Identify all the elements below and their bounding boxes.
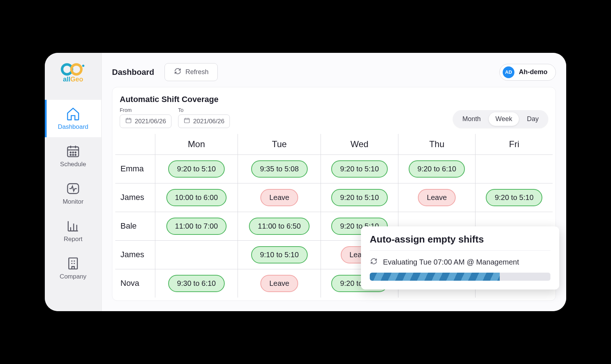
shift-pill[interactable]: 11:00 to 7:00 <box>166 218 227 235</box>
schedule-cell: 9:20 to 5:10 <box>321 154 398 183</box>
shift-pill[interactable]: 9:20 to 5:10 <box>168 160 225 178</box>
building-icon <box>66 256 80 271</box>
leave-pill[interactable]: Leave <box>260 275 298 292</box>
svg-text:allGeo: allGeo <box>63 76 83 83</box>
leave-pill[interactable]: Leave <box>260 189 298 206</box>
svg-rect-12 <box>69 258 77 269</box>
schedule-cell: 9:20 to 5:10 <box>155 154 238 183</box>
schedule-cell: 9:30 to 6:10 <box>155 269 238 298</box>
shift-pill[interactable]: 9:20 to 5:10 <box>486 189 542 206</box>
sidebar-item-report[interactable]: Report <box>45 212 101 250</box>
from-date-input[interactable]: 2021/06/26 <box>120 114 171 128</box>
progress-bar <box>370 273 550 281</box>
schedule-cell: Leave <box>398 183 476 212</box>
topbar: Dashboard Refresh AD Ah-demo <box>112 53 556 87</box>
shift-pill[interactable]: 9:20 to 6:10 <box>409 160 465 178</box>
to-label: To <box>178 107 230 113</box>
spinner-icon <box>370 257 378 267</box>
calendar-icon <box>125 117 132 125</box>
schedule-cell: 9:20 to 6:10 <box>398 154 476 183</box>
svg-point-7 <box>75 152 76 153</box>
avatar: AD <box>503 66 514 78</box>
to-date-value: 2021/06/26 <box>193 118 224 125</box>
employee-name: James <box>115 240 155 269</box>
schedule-cell <box>476 154 553 183</box>
sidebar: allGeo DashboardScheduleMonitorReportCom… <box>45 53 102 311</box>
shift-pill[interactable]: 9:10 to 5:10 <box>251 246 308 263</box>
schedule-cell: Leave <box>238 183 321 212</box>
day-header: Fri <box>476 134 553 154</box>
shift-pill[interactable]: 9:35 to 5:08 <box>251 160 308 178</box>
day-header: Mon <box>155 134 238 154</box>
schedule-cell: 11:00 to 7:00 <box>155 212 238 240</box>
name-column-header <box>115 134 155 154</box>
progress-fill <box>370 273 500 281</box>
svg-rect-14 <box>184 119 189 123</box>
popup-status: Evaluating Tue 07:00 AM @ Management <box>383 258 519 266</box>
auto-assign-popup: Auto-assign empty shifts Evaluating Tue … <box>361 226 559 290</box>
employee-name: Bale <box>115 212 155 240</box>
refresh-icon <box>174 67 182 77</box>
schedule-cell: 9:35 to 5:08 <box>238 154 321 183</box>
card-title: Automatic Shift Coverage <box>120 95 230 104</box>
employee-name: Nova <box>115 269 155 298</box>
day-header: Tue <box>238 134 321 154</box>
view-month-button[interactable]: Month <box>456 112 487 126</box>
day-header: Thu <box>398 134 476 154</box>
schedule-cell: Leave <box>238 269 321 298</box>
main-content: Dashboard Refresh AD Ah-demo Automatic S… <box>102 53 566 311</box>
sidebar-item-dashboard[interactable]: Dashboard <box>45 100 101 137</box>
schedule-cell <box>155 240 238 269</box>
user-name: Ah-demo <box>519 68 547 76</box>
app-frame: allGeo DashboardScheduleMonitorReportCom… <box>45 53 566 311</box>
sidebar-item-schedule[interactable]: Schedule <box>45 137 101 175</box>
schedule-cell: 10:00 to 6:00 <box>155 183 238 212</box>
employee-name: James <box>115 183 155 212</box>
popup-title: Auto-assign empty shifts <box>370 234 550 251</box>
view-week-button[interactable]: Week <box>489 112 519 126</box>
schedule-cell: 11:00 to 6:50 <box>238 212 321 240</box>
heart-monitor-icon <box>66 181 80 196</box>
sidebar-item-label: Monitor <box>63 198 84 205</box>
sidebar-item-label: Schedule <box>60 161 86 168</box>
view-day-button[interactable]: Day <box>520 112 545 126</box>
from-label: From <box>120 107 171 113</box>
from-date-value: 2021/06/26 <box>135 118 166 125</box>
home-icon <box>66 106 80 121</box>
schedule-cell: 9:10 to 5:10 <box>238 240 321 269</box>
leave-pill[interactable]: Leave <box>418 189 456 206</box>
svg-point-5 <box>70 152 71 153</box>
sidebar-item-label: Dashboard <box>58 123 88 131</box>
shift-pill[interactable]: 9:30 to 6:10 <box>168 275 225 292</box>
shift-pill[interactable]: 11:00 to 6:50 <box>249 218 310 235</box>
day-header: Wed <box>321 134 398 154</box>
calendar-icon <box>66 144 80 159</box>
sidebar-item-label: Report <box>64 236 82 243</box>
shift-pill[interactable]: 9:20 to 5:10 <box>331 160 388 178</box>
calendar-icon <box>184 117 190 125</box>
svg-point-10 <box>75 154 76 156</box>
schedule-cell: 9:20 to 5:10 <box>476 183 553 212</box>
employee-name: Emma <box>115 154 155 183</box>
refresh-label: Refresh <box>185 68 209 76</box>
svg-point-9 <box>73 154 74 156</box>
svg-point-6 <box>73 152 74 153</box>
shift-pill[interactable]: 10:00 to 6:00 <box>166 189 227 206</box>
schedule-cell: 9:20 to 5:10 <box>321 183 398 212</box>
brand-logo: allGeo <box>55 62 91 85</box>
user-menu[interactable]: AD Ah-demo <box>499 64 556 81</box>
sidebar-item-label: Company <box>60 273 87 280</box>
sidebar-item-company[interactable]: Company <box>45 250 101 287</box>
to-date-input[interactable]: 2021/06/26 <box>178 114 230 128</box>
view-toggle: MonthWeekDay <box>453 110 548 128</box>
shift-coverage-card: Automatic Shift Coverage From 2021/06/26… <box>112 87 556 301</box>
sidebar-item-monitor[interactable]: Monitor <box>45 175 101 212</box>
shift-pill[interactable]: 9:20 to 5:10 <box>331 189 388 206</box>
page-title: Dashboard <box>112 68 154 77</box>
bar-chart-icon <box>66 219 80 233</box>
svg-point-2 <box>82 65 84 67</box>
table-row: James10:00 to 6:00Leave9:20 to 5:10Leave… <box>115 183 553 212</box>
table-row: Emma9:20 to 5:109:35 to 5:089:20 to 5:10… <box>115 154 553 183</box>
svg-point-8 <box>70 154 71 156</box>
refresh-button[interactable]: Refresh <box>164 63 218 81</box>
